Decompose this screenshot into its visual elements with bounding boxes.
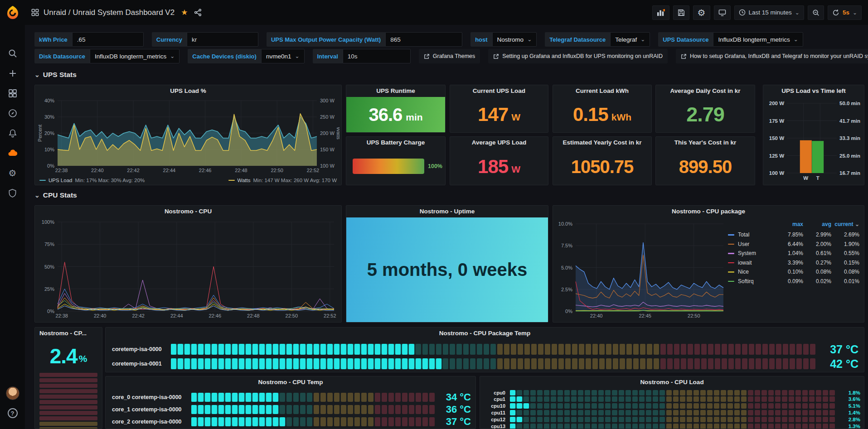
led-cell (639, 417, 645, 422)
dashboards-icon[interactable] (0, 85, 25, 101)
cycle-view-button[interactable] (714, 5, 731, 20)
led-cell (361, 417, 367, 426)
led-cell (810, 344, 815, 355)
share-icon[interactable] (194, 9, 202, 16)
led-cell (681, 358, 686, 369)
dashboard-grid-icon[interactable] (31, 9, 39, 16)
ups-datasource-select[interactable]: InfluxDB longterm_metrics⌄ (713, 32, 803, 47)
led-gauge[interactable] (510, 403, 836, 409)
section-ups-stats[interactable]: ⌄ UPS Stats (34, 71, 77, 79)
section-cpu-stats[interactable]: ⌄ CPU Stats (34, 191, 77, 199)
led-cell (775, 396, 781, 402)
configuration-gear-icon[interactable]: ⚙ (0, 165, 25, 181)
led-cell (802, 410, 808, 415)
led-cell (639, 403, 645, 409)
ups-load-vs-time-chart[interactable]: 100 W16.7 min125 W25.0 min150 W33.3 min1… (763, 99, 864, 182)
led-gauge[interactable] (510, 410, 836, 415)
led-cell (659, 396, 665, 402)
legend-watts[interactable]: Watts Min: 147 W Max: 260 W Avg: 170 W (228, 178, 337, 183)
create-plus-icon[interactable] (0, 65, 25, 82)
legend-col-avg[interactable]: avg (803, 221, 831, 227)
led-cell (755, 403, 760, 409)
host-select[interactable]: Nostromo⌄ (492, 32, 537, 47)
led-cell (531, 358, 537, 369)
ups-max-input[interactable]: 865 (385, 32, 462, 47)
cache-devices-select[interactable]: nvme0n1⌄ (261, 49, 305, 63)
cpu-chart[interactable]: 0%25%50%75%100%22:3822:4022:4222:4422:46… (37, 217, 338, 319)
led-gauge[interactable] (191, 417, 436, 426)
alerting-bell-icon[interactable] (0, 125, 25, 141)
led-cell (314, 417, 319, 426)
panel-ups-load-vs-time-left: UPS Load vs Time left 100 W16.7 min125 W… (763, 85, 864, 185)
time-range-picker[interactable]: Last 15 minutes ⌄ (734, 5, 804, 20)
legend-col-current[interactable]: current ⌄ (831, 221, 859, 227)
legend-row-nice[interactable]: Nice0.10%0.08%0.08% (728, 267, 859, 277)
currency-input[interactable]: kr (187, 32, 258, 47)
legend-row-user[interactable]: User6.44%2.00%1.90% (728, 240, 859, 249)
led-cell (334, 405, 339, 414)
led-gauge[interactable] (510, 424, 836, 429)
legend-row-system[interactable]: System1.04%0.61%0.55% (728, 249, 859, 258)
led-cell (524, 390, 529, 395)
led-gauge[interactable] (510, 417, 836, 422)
kwh-price-input[interactable]: .65 (72, 32, 144, 47)
led-cell (388, 405, 394, 414)
led-cell (680, 424, 685, 429)
led-cell (429, 417, 435, 426)
led-cell (776, 358, 781, 369)
grafana-logo[interactable] (0, 0, 25, 25)
led-cell (741, 410, 747, 415)
help-icon[interactable]: ? (0, 405, 25, 421)
led-cell (558, 396, 563, 402)
legend-ups-load[interactable]: UPS Load Min: 17% Max: 30% Avg: 20% (39, 178, 145, 183)
led-gauge[interactable] (510, 396, 836, 402)
led-gauge[interactable] (191, 405, 436, 414)
chevron-down-icon: ⌄ (34, 72, 40, 77)
led-gauge[interactable] (191, 393, 436, 402)
led-cell (198, 417, 204, 426)
legend-row-softirq[interactable]: Softirq0.09%0.02%0.01% (728, 277, 859, 286)
gauge-label: coretemp-isa-0001 (112, 361, 166, 367)
user-avatar[interactable] (0, 385, 25, 401)
disk-datasource-select[interactable]: InfluxDB longterm_metrics⌄ (90, 49, 179, 63)
led-cell (693, 390, 699, 395)
panel-title[interactable]: UPS Load % (35, 85, 341, 97)
link-unraid-monitoring-guide[interactable]: How to setup Grafana, InfluxDB and Teleg… (676, 49, 868, 63)
led-gauge[interactable] (171, 358, 821, 369)
led-cell (741, 396, 747, 402)
svg-text:41.7 min: 41.7 min (839, 118, 860, 124)
led-gauge[interactable] (510, 390, 836, 395)
legend-col-max[interactable]: max (775, 221, 803, 227)
legend-row-total[interactable]: Total7.85%2.99%2.69% (728, 230, 859, 240)
led-cell (592, 390, 597, 395)
legend-row-iowait[interactable]: iowait3.39%0.27%0.15% (728, 258, 859, 268)
search-icon[interactable] (0, 45, 25, 62)
cpu-package-chart[interactable]: 0%2.5%5.0%7.5%10.0%22:4022:4522:50 (555, 219, 726, 319)
svg-text:22:40: 22:40 (590, 313, 603, 318)
refresh-button[interactable]: 5s ⌄ (828, 5, 862, 20)
cloud-app-icon[interactable] (0, 145, 25, 161)
add-panel-button[interactable] (652, 5, 669, 20)
led-cell (673, 390, 679, 395)
led-cell (742, 344, 747, 355)
interval-input[interactable]: 10s (343, 49, 411, 63)
explore-compass-icon[interactable] (0, 105, 25, 121)
link-ups-monitoring-guide[interactable]: Setting up Grafana and InfluxDB for UPS … (488, 49, 668, 63)
zoom-out-button[interactable] (808, 5, 824, 20)
led-cell (579, 358, 584, 369)
save-dashboard-button[interactable] (673, 5, 689, 20)
favorite-star-icon[interactable]: ★ (181, 8, 188, 17)
led-cell (511, 344, 516, 355)
dashboard-settings-button[interactable]: ⚙ (693, 5, 710, 20)
svg-text:50%: 50% (44, 264, 54, 270)
telegraf-datasource-select[interactable]: Telegraf⌄ (610, 32, 650, 47)
dashboard-title[interactable]: Unraid / Unraid System Dashboard V2 (44, 8, 175, 17)
led-gauge[interactable] (171, 344, 821, 355)
ups-load-chart[interactable]: 0%100 W10%150 W20%200 W30%250 W40%300 W2… (37, 97, 339, 174)
led-cell (660, 344, 666, 355)
led-cell (775, 403, 781, 409)
admin-shield-icon[interactable] (0, 185, 25, 201)
link-grafana-themes[interactable]: Grafana Themes (419, 49, 480, 63)
led-cell (212, 393, 217, 402)
led-cell (286, 344, 292, 355)
